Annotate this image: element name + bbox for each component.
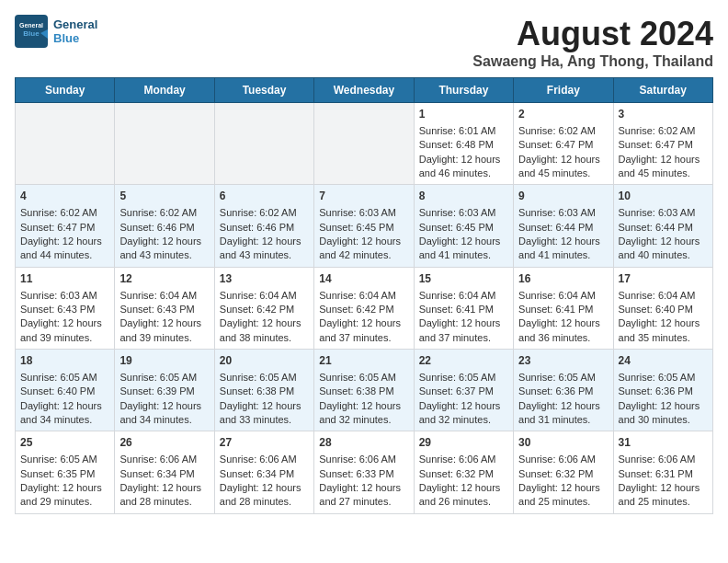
cell-info: Sunset: 6:45 PM bbox=[319, 221, 408, 235]
cell-info: Daylight: 12 hours bbox=[419, 399, 508, 413]
calendar-cell: 17Sunrise: 6:04 AMSunset: 6:40 PMDayligh… bbox=[613, 267, 712, 349]
cell-info: Sunset: 6:42 PM bbox=[319, 303, 408, 316]
day-header-thursday: Thursday bbox=[414, 78, 513, 103]
cell-info: and 32 minutes. bbox=[319, 413, 408, 427]
cell-info: Sunrise: 6:06 AM bbox=[220, 453, 309, 466]
cell-info: Sunset: 6:44 PM bbox=[518, 221, 608, 235]
calendar-cell: 27Sunrise: 6:06 AMSunset: 6:34 PMDayligh… bbox=[214, 431, 313, 513]
cell-info: and 25 minutes. bbox=[518, 495, 608, 509]
day-number: 17 bbox=[619, 271, 708, 287]
day-header-monday: Monday bbox=[115, 78, 214, 103]
cell-info: and 41 minutes. bbox=[419, 248, 508, 262]
calendar-cell bbox=[16, 103, 115, 185]
cell-info: Sunrise: 6:02 AM bbox=[518, 124, 608, 138]
cell-info: Sunrise: 6:06 AM bbox=[518, 453, 608, 466]
calendar-cell: 14Sunrise: 6:04 AMSunset: 6:42 PMDayligh… bbox=[314, 267, 414, 349]
cell-info: Sunset: 6:36 PM bbox=[619, 385, 708, 398]
day-number: 11 bbox=[20, 271, 109, 287]
cell-info: Sunrise: 6:04 AM bbox=[319, 289, 408, 303]
cell-info: Daylight: 12 hours bbox=[20, 316, 109, 330]
day-number: 30 bbox=[518, 435, 608, 451]
calendar-cell: 24Sunrise: 6:05 AMSunset: 6:36 PMDayligh… bbox=[613, 350, 712, 431]
cell-info: and 35 minutes. bbox=[619, 331, 708, 345]
cell-info: Daylight: 12 hours bbox=[619, 399, 708, 413]
cell-info: Daylight: 12 hours bbox=[319, 481, 408, 495]
day-number: 13 bbox=[220, 271, 309, 287]
cell-info: Sunset: 6:31 PM bbox=[619, 467, 708, 481]
calendar-cell: 28Sunrise: 6:06 AMSunset: 6:33 PMDayligh… bbox=[314, 431, 414, 513]
day-number: 1 bbox=[419, 107, 508, 122]
cell-info: Daylight: 12 hours bbox=[419, 481, 508, 495]
calendar-cell: 7Sunrise: 6:03 AMSunset: 6:45 PMDaylight… bbox=[314, 185, 414, 267]
cell-info: Sunset: 6:41 PM bbox=[518, 303, 608, 316]
cell-info: Daylight: 12 hours bbox=[319, 316, 408, 330]
calendar-cell: 19Sunrise: 6:05 AMSunset: 6:39 PMDayligh… bbox=[115, 350, 214, 431]
calendar-cell: 12Sunrise: 6:04 AMSunset: 6:43 PMDayligh… bbox=[115, 267, 214, 349]
calendar-week-2: 4Sunrise: 6:02 AMSunset: 6:47 PMDaylight… bbox=[16, 185, 713, 267]
cell-info: Daylight: 12 hours bbox=[419, 316, 508, 330]
cell-info: Sunset: 6:45 PM bbox=[419, 221, 508, 235]
cell-info: Sunset: 6:41 PM bbox=[419, 303, 508, 316]
cell-info: and 37 minutes. bbox=[319, 331, 408, 345]
cell-info: Sunset: 6:34 PM bbox=[220, 467, 309, 481]
cell-info: and 28 minutes. bbox=[220, 495, 309, 509]
cell-info: Sunset: 6:40 PM bbox=[20, 385, 109, 398]
calendar-cell: 2Sunrise: 6:02 AMSunset: 6:47 PMDaylight… bbox=[514, 103, 613, 185]
calendar-week-4: 18Sunrise: 6:05 AMSunset: 6:40 PMDayligh… bbox=[16, 350, 713, 431]
cell-info: Daylight: 12 hours bbox=[220, 481, 309, 495]
calendar-cell: 3Sunrise: 6:02 AMSunset: 6:47 PMDaylight… bbox=[613, 103, 712, 185]
day-number: 6 bbox=[220, 189, 309, 204]
cell-info: Sunrise: 6:05 AM bbox=[20, 453, 109, 466]
cell-info: Sunset: 6:46 PM bbox=[220, 221, 309, 235]
calendar-cell: 20Sunrise: 6:05 AMSunset: 6:38 PMDayligh… bbox=[214, 350, 313, 431]
calendar-cell: 6Sunrise: 6:02 AMSunset: 6:46 PMDaylight… bbox=[214, 185, 313, 267]
calendar-cell: 11Sunrise: 6:03 AMSunset: 6:43 PMDayligh… bbox=[16, 267, 115, 349]
day-number: 16 bbox=[518, 271, 608, 287]
cell-info: Sunset: 6:43 PM bbox=[20, 303, 109, 316]
calendar-cell: 15Sunrise: 6:04 AMSunset: 6:41 PMDayligh… bbox=[414, 267, 513, 349]
day-number: 7 bbox=[319, 189, 408, 204]
calendar-cell: 29Sunrise: 6:06 AMSunset: 6:32 PMDayligh… bbox=[414, 431, 513, 513]
logo-text-blue: Blue bbox=[53, 31, 97, 45]
title-area: August 2024 Sawaeng Ha, Ang Thong, Thail… bbox=[472, 15, 713, 70]
day-number: 23 bbox=[518, 353, 608, 369]
cell-info: Sunset: 6:32 PM bbox=[419, 467, 508, 481]
cell-info: Daylight: 12 hours bbox=[119, 235, 209, 248]
day-number: 29 bbox=[419, 435, 508, 451]
cell-info: and 28 minutes. bbox=[119, 495, 209, 509]
cell-info: and 39 minutes. bbox=[20, 331, 109, 345]
day-number: 15 bbox=[419, 271, 508, 287]
cell-info: Daylight: 12 hours bbox=[518, 235, 608, 248]
calendar-cell: 21Sunrise: 6:05 AMSunset: 6:38 PMDayligh… bbox=[314, 350, 414, 431]
calendar-cell: 22Sunrise: 6:05 AMSunset: 6:37 PMDayligh… bbox=[414, 350, 513, 431]
cell-info: Sunrise: 6:02 AM bbox=[20, 206, 109, 220]
day-header-saturday: Saturday bbox=[613, 78, 712, 103]
cell-info: and 41 minutes. bbox=[518, 248, 608, 262]
svg-text:General: General bbox=[19, 22, 43, 29]
cell-info: Daylight: 12 hours bbox=[20, 399, 109, 413]
calendar-cell: 5Sunrise: 6:02 AMSunset: 6:46 PMDaylight… bbox=[115, 185, 214, 267]
cell-info: Daylight: 12 hours bbox=[20, 481, 109, 495]
cell-info: Daylight: 12 hours bbox=[319, 399, 408, 413]
cell-info: and 34 minutes. bbox=[20, 413, 109, 427]
calendar-body: 1Sunrise: 6:01 AMSunset: 6:48 PMDaylight… bbox=[16, 103, 713, 514]
cell-info: Sunrise: 6:03 AM bbox=[20, 289, 109, 303]
cell-info: Sunset: 6:33 PM bbox=[319, 467, 408, 481]
cell-info: and 30 minutes. bbox=[619, 413, 708, 427]
cell-info: Sunrise: 6:04 AM bbox=[220, 289, 309, 303]
cell-info: Daylight: 12 hours bbox=[220, 399, 309, 413]
cell-info: Sunrise: 6:05 AM bbox=[419, 371, 508, 385]
cell-info: Daylight: 12 hours bbox=[119, 399, 209, 413]
cell-info: Sunrise: 6:06 AM bbox=[319, 453, 408, 466]
day-header-sunday: Sunday bbox=[16, 78, 115, 103]
cell-info: Sunrise: 6:05 AM bbox=[518, 371, 608, 385]
day-number: 25 bbox=[20, 435, 109, 451]
day-number: 5 bbox=[119, 189, 209, 204]
calendar-table: SundayMondayTuesdayWednesdayThursdayFrid… bbox=[15, 77, 713, 514]
day-number: 14 bbox=[319, 271, 408, 287]
cell-info: Sunset: 6:47 PM bbox=[20, 221, 109, 235]
cell-info: Sunrise: 6:06 AM bbox=[619, 453, 708, 466]
cell-info: and 39 minutes. bbox=[119, 331, 209, 345]
cell-info: and 37 minutes. bbox=[419, 331, 508, 345]
cell-info: Daylight: 12 hours bbox=[619, 153, 708, 167]
